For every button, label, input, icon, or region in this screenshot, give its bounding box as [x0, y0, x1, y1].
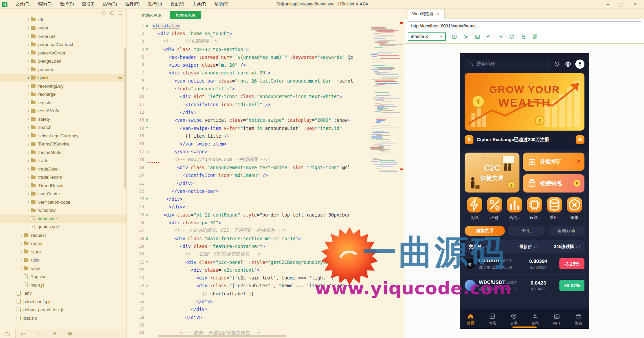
menu-工具[interactable]: 工具(T) [188, 1, 210, 7]
market-row-WDC/USDT[interactable]: WDC/USDT/USDT成交量 312261196.120.0423$0.04… [465, 275, 584, 296]
quick-action-闪兑[interactable]: 闪兑 [465, 197, 485, 221]
tree-item-tradeDetail[interactable]: ›tradeDetail [0, 165, 126, 173]
wallet-card[interactable]: 链接钱包 ¥ [523, 174, 584, 193]
chevron-right-icon[interactable]: › [26, 26, 31, 30]
sidebar-menu-icon[interactable] [118, 10, 123, 16]
quick-action-质押..[interactable]: 质押.. [545, 197, 564, 221]
code-line-4[interactable]: 4⊟ <div class="px-32 top-section"> [127, 45, 405, 53]
chevron-right-icon[interactable]: › [26, 92, 31, 97]
fold-marker-icon[interactable]: ⊟ [144, 118, 150, 122]
tree-item-dist.zip[interactable]: dist.zip [0, 314, 126, 322]
chevron-right-icon[interactable]: › [26, 109, 31, 113]
tree-item-search[interactable]: ›search [0, 123, 126, 132]
menu-跳转[interactable]: 跳转(G) [98, 1, 121, 7]
fold-marker-icon[interactable]: ⊟ [144, 236, 150, 240]
code-line-31[interactable]: 31⊟ <div class="c2c-panel" :style="getC2… [127, 258, 405, 266]
tree-item-store[interactable]: ›store [0, 248, 126, 256]
menu-帮助[interactable]: 帮助(Y) [210, 1, 233, 7]
chevron-right-icon[interactable]: › [26, 50, 31, 55]
code-line-37[interactable]: 37 </div> [127, 306, 405, 313]
code-line-18[interactable]: 18 <!-- www.yiqucode.com 一曲源码网 --> [127, 156, 405, 163]
chevron-right-icon[interactable]: › [26, 117, 31, 121]
tree-item-selectLegalCurrency[interactable]: ›selectLegalCurrency [0, 132, 126, 140]
code-line-11[interactable]: 11 <IconifyIcon icon="mdi:bell" /> [127, 100, 405, 108]
tree-item-recharge[interactable]: ›recharge [0, 90, 126, 99]
notice-bar[interactable]: Cipher Exchange已超过200万注册 [465, 134, 584, 145]
tree-item-verification-code[interactable]: ›verification-code [0, 198, 126, 206]
sort-arrows-icon[interactable]: ▲▼ [575, 246, 580, 248]
tree-item-withdraw[interactable]: ›withdraw [0, 206, 126, 215]
code-line-3[interactable]: 3 <!-- //头部组件--> [127, 38, 405, 45]
open-folder-icon[interactable] [118, 75, 123, 80]
editor-tab-home.vue[interactable]: home.vue [170, 11, 201, 19]
search-binoculars-icon[interactable] [16, 329, 31, 338]
locate-file-icon[interactable] [102, 10, 107, 16]
fold-marker-icon[interactable]: ⊟ [144, 87, 150, 91]
tree-item-main.js[interactable]: Jmain.js [0, 281, 126, 289]
code-line-36[interactable]: 36 </div> [127, 297, 405, 305]
search-input[interactable]: 搜索币种 [465, 59, 550, 69]
code-line-25[interactable]: 25⊟ <div class="pt-12 contRound" style="… [127, 211, 405, 219]
tree-item-themeModel[interactable]: ›themeModel [0, 148, 126, 157]
code-line-8[interactable]: 8 <van-notice-bar class="font-26 textCol… [127, 77, 405, 85]
globe-web-icon[interactable] [62, 329, 78, 338]
tree-item-perpetualContract[interactable]: ›perpetualContract [0, 41, 126, 49]
chevron-right-icon[interactable]: › [26, 175, 31, 180]
tree-item-debug_period_test.js[interactable]: Jdebug_period_test.js [0, 306, 126, 314]
quick-action-合约..[interactable]: 合约.. [505, 197, 525, 221]
code-line-38[interactable]: 38 </div> [127, 313, 405, 321]
code-line-21[interactable]: 21 </div> [127, 179, 405, 187]
cast-screen-icon[interactable] [451, 34, 457, 40]
tree-item-App.vue[interactable]: VApp.vue [0, 273, 126, 281]
url-input[interactable]: http://localhost:8091/wap/#/home [408, 21, 641, 30]
tree-item-router[interactable]: ›router [0, 240, 126, 248]
chevron-right-icon[interactable]: › [26, 150, 31, 155]
fold-marker-icon[interactable]: ⊟ [144, 150, 150, 154]
terminal-console-icon[interactable] [474, 34, 480, 40]
minimize-button[interactable]: – [607, 2, 609, 7]
code-line-12[interactable]: 12 </div> [127, 108, 405, 116]
browser-tab-close-icon[interactable]: × [437, 12, 440, 17]
project-folder-icon[interactable] [0, 329, 16, 338]
tree-item-resetVerify[interactable]: ›resetVerify [0, 107, 126, 115]
code-line-15[interactable]: 15 {{ item.title }} [127, 132, 405, 140]
tree-item-receivingBuy[interactable]: ›receivingBuy [0, 82, 126, 90]
chevron-right-icon[interactable]: › [26, 191, 31, 196]
chevron-right-icon[interactable]: › [26, 142, 31, 147]
chevron-right-icon[interactable]: › [26, 17, 31, 22]
code-line-27[interactable]: 27 <!-- 主要功能板块: C2C、开通挖矿、链接钱包 --> [127, 227, 405, 234]
code-line-2[interactable]: 2 <div class="home no_touch"> [127, 29, 405, 37]
tree-item-orderList[interactable]: ›orderList [0, 32, 126, 41]
avatar[interactable] [575, 60, 584, 69]
code-line-16[interactable]: 16 </van-swipe-item> [127, 140, 405, 148]
market-header-最新价[interactable]: 最新价▲▼ [512, 244, 546, 250]
chevron-right-icon[interactable]: › [26, 100, 31, 105]
tree-item-babel.config.js[interactable]: Jbabel.config.js [0, 297, 126, 306]
chevron-right-icon[interactable]: › [26, 67, 31, 72]
sort-arrows-icon[interactable]: ▲▼ [533, 246, 538, 248]
code-line-35[interactable]: 35 {{ shortcutLabel }} [127, 290, 405, 297]
quick-action-智能..[interactable]: 智能.. [525, 197, 545, 221]
code-line-1[interactable]: 1⊟<template> [127, 22, 405, 29]
nav-首页[interactable]: 首页 [460, 309, 482, 329]
code-line-20[interactable]: 20 <IconifyIcon icon="mdi:menu" /> [127, 172, 405, 179]
close-button[interactable]: ✕ [634, 2, 637, 7]
tree-item-TermsOfService[interactable]: ›TermsOfService [0, 140, 126, 149]
menu-文件[interactable]: 文件(F) [12, 1, 34, 7]
menu-发行[interactable]: 发行(U) [144, 1, 166, 7]
quick-action-跟单[interactable]: 跟单 [564, 197, 584, 221]
market-header-24h涨跌幅[interactable]: 24h涨跌幅▲▼ [546, 244, 580, 250]
tree-item-userCenter[interactable]: ›userCenter [0, 190, 126, 198]
sidebar-scrollbar[interactable] [124, 48, 126, 188]
chevron-right-icon[interactable]: › [26, 42, 31, 47]
chevron-right-icon[interactable]: › [26, 125, 31, 130]
browser-tab[interactable]: Web浏览器 × [407, 9, 445, 19]
tree-item-register[interactable]: ›register [0, 98, 126, 107]
code-line-24[interactable]: 24 </div> [127, 203, 405, 211]
chevron-right-icon[interactable]: › [26, 75, 31, 80]
chevron-right-icon[interactable]: › [26, 158, 31, 163]
fold-marker-icon[interactable]: ⊟ [144, 260, 150, 264]
tree-item-quick[interactable]: ›quick [0, 74, 126, 82]
tree-item-home.vue[interactable]: Vhome.vue [0, 215, 126, 223]
market-row-LD/USDT[interactable]: eLD/USDT/USDT成交量 2117143.560.80394$0.803… [465, 253, 584, 275]
